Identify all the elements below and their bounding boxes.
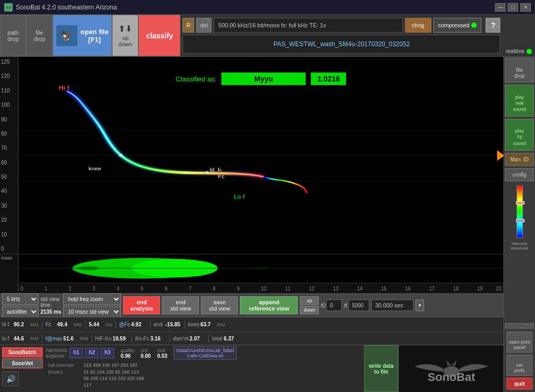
classified-row: Classified as: Myyu 1.0216 (176, 73, 346, 85)
hifkn-value: 19.59 (113, 336, 128, 342)
path-drop-button[interactable]: path drop (0, 15, 26, 56)
svg-text:16: 16 (405, 285, 410, 292)
svg-point-11 (119, 154, 123, 157)
y-tick-70: 70 (1, 145, 17, 151)
svg-text:3: 3 (93, 285, 95, 292)
play-te-sound-button[interactable]: play TE sound (505, 119, 534, 151)
svg-text:1: 1 (45, 285, 47, 292)
open-print-panel-button[interactable]: open print panel (507, 332, 532, 353)
file-drop-top-button[interactable]: file drop (26, 15, 53, 56)
knfc-value: 3.16 (150, 336, 166, 342)
quit-button[interactable]: quit (507, 378, 532, 389)
atfc-label: @Fc (119, 322, 130, 327)
minimize-button[interactable]: — (495, 3, 506, 12)
svg-text:6: 6 (165, 285, 167, 292)
lof-label: lo f (2, 336, 13, 342)
nav-down-button[interactable]: down (300, 306, 319, 314)
man-id-button[interactable]: Man. ID (505, 153, 534, 166)
nav-up-button[interactable]: up (300, 296, 319, 305)
app-title: SonoBat 4.2.0 southeastern Arizona (16, 4, 495, 11)
append-reference-view-button[interactable]: append reference view (240, 296, 298, 314)
time-ticks-svg: 0 1 2 3 4 5 6 7 8 9 10 11 12 13 (21, 283, 501, 293)
realtime-indicator: realtime (506, 48, 532, 54)
waveform-area: msec (0, 254, 503, 283)
svg-text:18: 18 (453, 285, 459, 292)
r-button[interactable]: R (183, 18, 194, 33)
intensity-slider-thumb[interactable] (516, 201, 524, 204)
config-button[interactable]: config (505, 168, 534, 181)
open-file-button[interactable]: 🦅 open file [F1] (53, 15, 112, 56)
svg-text:11: 11 (285, 285, 290, 292)
std-view-time: std view time: 2135 ms (41, 296, 61, 315)
file-name-display: PAS_WESTWL_wash_SM4u-20170320_032052 (183, 35, 500, 54)
sonobat-logo-area: SonoBat (398, 345, 503, 392)
fc-label: Fc (46, 322, 56, 327)
end-std-view-button[interactable]: end std view (162, 296, 199, 314)
write-data-button[interactable]: write datato file (364, 345, 398, 392)
y-tick-90: 90 (1, 117, 17, 122)
autofilter-select[interactable]: autofilter (2, 306, 38, 317)
intensity-threshold-label: intensity threshold (511, 241, 528, 251)
classified-score-value: 1.0216 (311, 73, 346, 85)
svg-text:13: 13 (333, 285, 338, 292)
freq-select[interactable]: 5 kHz (2, 293, 38, 305)
svg-text:0: 0 (21, 285, 23, 292)
waveform-canvas[interactable] (18, 254, 503, 283)
threshold-slider-thumb[interactable] (516, 219, 524, 222)
spectrogram-canvas[interactable]: Classified as: Myyu 1.0216 (18, 57, 503, 254)
save-std-view-button[interactable]: save std view (201, 296, 238, 314)
svg-text:2: 2 (68, 285, 71, 292)
play-real-sound-button[interactable]: play real sound (505, 85, 534, 117)
knee-unit: kHz (217, 322, 226, 327)
classify-label: classify (146, 32, 173, 40)
help-button[interactable]: ? (486, 18, 500, 33)
y-tick-80: 80 (1, 131, 17, 137)
y-tick-10: 10 (1, 232, 17, 238)
lof-unit: kHz (31, 336, 39, 341)
maximize-button[interactable]: □ (508, 3, 518, 12)
sonobatch-button[interactable]: SonoBatch (2, 347, 43, 357)
h2-button[interactable]: h2 (85, 348, 99, 358)
intensity-slider-track[interactable] (517, 185, 523, 238)
hif-unit: kHz (31, 322, 39, 327)
y-tick-30: 30 (1, 203, 17, 209)
hold-freq-zoom-select[interactable]: hold freq zoom (63, 293, 121, 305)
svg-text:Fc: Fc (218, 174, 225, 179)
time-display: 30.000 sec (371, 300, 413, 311)
realtime-dot (527, 49, 532, 54)
knee-value: 63.7 (200, 322, 216, 327)
std-view-time-value: 2135 ms (41, 309, 61, 315)
data-file-button[interactable]: DataCrunchEchoLab_fsBatCalls-CallData.tx… (174, 346, 237, 360)
fc-unit: kHz (74, 322, 83, 327)
quality-value: 0.96 (120, 353, 134, 359)
set-prefs-button[interactable]: set prefs (507, 355, 532, 376)
end-analysis-button[interactable]: end analysis (123, 296, 160, 314)
data-row-1: hi f 90.2 kHz Fc 49.4 kHz 5.44 ms @Fc 4.… (0, 317, 503, 332)
h3-button[interactable]: h3 (100, 348, 114, 358)
arrow-right-icon (497, 150, 503, 161)
waveform-label: msec (1, 255, 17, 261)
atfc-value: 4.92 (131, 322, 147, 327)
compressed-button[interactable]: compressed (433, 18, 482, 33)
classify-button[interactable]: classify (138, 15, 180, 56)
speaker-button[interactable]: 🔊 (2, 372, 19, 386)
del-button[interactable]: del (196, 18, 211, 33)
close-button[interactable]: ✕ (520, 3, 531, 12)
up-down-button[interactable]: ⬆⬇ up down (112, 15, 138, 56)
y-tick-0: 0 (1, 246, 17, 252)
svg-text:knee: knee (88, 166, 102, 171)
sonobatch-sonovet-area: SonoBatch SonoVet 🔊 (0, 345, 45, 392)
time-dropdown-button[interactable]: ▼ (416, 300, 424, 311)
y-tick-125: 125 (1, 59, 17, 65)
msec-std-view-select[interactable]: 10 msec std view (63, 306, 121, 317)
fc-value: 49.4 (57, 322, 73, 327)
second-label: 2nd (157, 348, 167, 353)
toolbar-info: R del 500.00 kHz/16 bit/mono fs: full kH… (180, 15, 502, 56)
sonovet-button[interactable]: SonoVet (2, 358, 43, 368)
waveform-svg (18, 254, 503, 283)
h1-button[interactable]: h1 (69, 348, 83, 358)
up-down-nav: up down (300, 296, 319, 314)
chng-button[interactable]: chng (405, 18, 431, 33)
file-drop-right-button[interactable]: file drop (505, 58, 534, 82)
freq-display: 500.00 kHz/16 bit/mono fs: full kHz TE: … (214, 18, 402, 33)
